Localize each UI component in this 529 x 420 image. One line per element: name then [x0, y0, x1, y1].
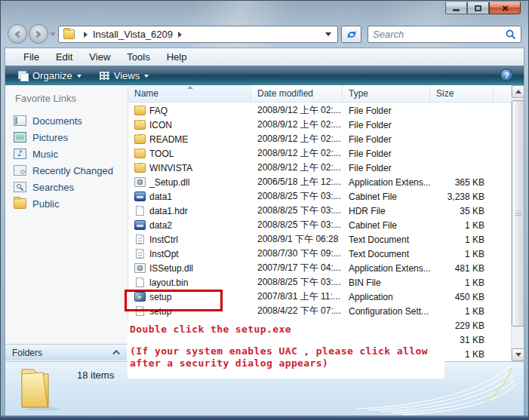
type-cell: File Folder — [343, 163, 430, 173]
sort-ascending-icon — [187, 86, 193, 89]
file-name-cell: InstOpt — [128, 249, 251, 259]
file-name-cell: TOOL — [128, 149, 251, 159]
sidebar-item-label: Music — [32, 149, 58, 160]
table-row[interactable]: layout.bin2008/8/25 下午 03:...BIN File1 K… — [128, 275, 511, 290]
maximize-button[interactable] — [467, 2, 489, 14]
table-row[interactable]: README2008/9/12 上午 02:...File Folder — [128, 132, 511, 146]
menu-help[interactable]: Help — [158, 50, 195, 64]
sidebar-item-recently-changed[interactable]: Recently Changed — [5, 162, 128, 179]
items-count: 18 items — [77, 369, 114, 381]
table-row[interactable]: data12008/8/25 下午 03:...Cabinet File3,23… — [128, 189, 511, 204]
scroll-down-button[interactable] — [512, 348, 524, 361]
date-modified-cell: 2008/9/1 下午 06:28 — [251, 233, 343, 246]
back-button[interactable] — [8, 24, 27, 44]
folder-icon — [134, 134, 146, 144]
refresh-button[interactable] — [341, 26, 361, 43]
sidebar-item-music[interactable]: ♪Music — [5, 146, 128, 162]
type-cell: Text Document — [343, 235, 430, 245]
address-dropdown-icon[interactable] — [325, 32, 331, 36]
title-bar[interactable] — [1, 1, 528, 22]
maximize-icon — [475, 5, 481, 11]
forward-button[interactable] — [29, 24, 48, 44]
menu-view[interactable]: View — [81, 50, 118, 64]
date-modified-cell: 2007/9/17 下午 04:... — [251, 262, 343, 274]
sidebar-item-pictures[interactable]: Pictures — [5, 129, 128, 146]
folder-icon — [63, 29, 75, 39]
address-bar[interactable]: Install_Vista_6209 — [58, 26, 338, 43]
size-cell: 450 KB — [430, 292, 494, 302]
favorite-links-title: Favorite Links — [5, 85, 128, 104]
command-toolbar: Organize Views ? — [5, 66, 524, 85]
table-row[interactable]: _Setup.dll2006/5/18 上午 12:...Application… — [128, 175, 511, 189]
sidebar-item-documents[interactable]: Documents — [5, 112, 128, 129]
file-name-cell: ICON — [128, 120, 251, 130]
scrollbar-thumb[interactable] — [512, 100, 524, 326]
organize-button[interactable]: Organize — [11, 68, 88, 84]
minimize-button[interactable] — [445, 2, 467, 14]
table-row[interactable]: WINVISTA2008/9/12 上午 02:...File Folder — [128, 161, 511, 175]
file-name: README — [149, 134, 188, 145]
size-cell: 1 KB — [430, 235, 494, 245]
sidebar-item-label: Documents — [32, 115, 82, 127]
menu-file[interactable]: File — [15, 50, 48, 64]
file-name-cell: README — [128, 134, 251, 145]
folders-label: Folders — [12, 348, 42, 358]
recent-pages-dropdown-icon[interactable] — [50, 32, 56, 36]
folders-bar[interactable]: Folders — [5, 344, 127, 360]
content-area: Favorite Links DocumentsPictures♪MusicRe… — [5, 85, 524, 361]
chevron-down-icon — [77, 75, 82, 78]
breadcrumb-arrow-icon[interactable] — [84, 32, 88, 38]
sidebar-item-searches[interactable]: Searches — [5, 179, 128, 195]
column-header-size[interactable]: Size — [430, 85, 494, 102]
file-list: Name Date modified Type Size FAQ2008/9/1… — [128, 85, 524, 361]
table-row[interactable]: InstCtrl2008/9/1 下午 06:28Text Document1 … — [128, 232, 511, 247]
file-name: data2 — [149, 220, 172, 231]
size-cell: 1 KB — [430, 249, 494, 259]
type-cell: File Folder — [343, 149, 430, 159]
pictures-icon — [14, 132, 26, 143]
breadcrumb[interactable]: Install_Vista_6209 — [93, 29, 173, 40]
search-input[interactable]: Search — [368, 26, 521, 43]
type-cell: HDR File — [343, 206, 430, 216]
breadcrumb-arrow-icon[interactable] — [178, 32, 182, 38]
window-controls — [445, 2, 521, 14]
sidebar-item-public[interactable]: Public — [5, 195, 128, 212]
sidebar-item-label: Pictures — [32, 132, 68, 143]
size-cell: 1 KB — [430, 306, 494, 317]
instruction-overlay: Double click the setup.exe (If your syst… — [128, 322, 444, 379]
table-row[interactable]: ICON2008/9/12 上午 02:...File Folder — [128, 118, 511, 132]
type-cell: Text Document — [343, 249, 430, 259]
column-header-type[interactable]: Type — [343, 85, 430, 102]
instruction-line: after a security dialog appears) — [130, 357, 444, 369]
date-modified-cell: 2008/9/12 上午 02:... — [251, 104, 343, 117]
table-row[interactable]: ISSetup.dll2007/9/17 下午 04:...Applicatio… — [128, 261, 511, 275]
table-row[interactable]: FAQ2008/9/12 上午 02:...File Folder — [128, 103, 511, 118]
close-icon — [501, 4, 509, 12]
help-button[interactable]: ? — [500, 69, 513, 81]
column-header-date-modified[interactable]: Date modified — [251, 85, 343, 102]
vertical-scrollbar[interactable] — [511, 85, 524, 361]
views-button[interactable]: Views — [93, 68, 155, 84]
menu-tools[interactable]: Tools — [118, 50, 158, 64]
cabinet-icon — [134, 192, 146, 201]
file-name-cell: data2 — [128, 220, 251, 231]
file-name-cell: _Setup.dll — [128, 177, 251, 188]
menu-edit[interactable]: Edit — [48, 50, 81, 64]
table-row[interactable]: InstOpt2008/7/30 下午 09:...Text Document1… — [128, 247, 511, 261]
date-modified-cell: 2008/9/12 上午 02:... — [251, 147, 343, 160]
menu-bar: File Edit View Tools Help — [5, 48, 524, 66]
chevron-down-icon — [144, 75, 149, 78]
minimize-icon — [453, 9, 460, 11]
close-button[interactable] — [489, 2, 521, 14]
file-name-cell: FAQ — [128, 106, 251, 116]
column-label: Size — [436, 88, 454, 99]
table-row[interactable]: data22008/8/25 下午 03:...Cabinet File1 KB — [128, 218, 511, 232]
column-header-name[interactable]: Name — [128, 85, 251, 102]
file-name: WINVISTA — [149, 163, 192, 173]
forward-arrow-icon — [34, 30, 42, 38]
table-row[interactable]: data1.hdr2008/8/25 下午 03:...HDR File35 K… — [128, 204, 511, 218]
sidebar-item-label: Public — [32, 198, 59, 210]
table-row[interactable]: TOOL2008/9/12 上午 02:...File Folder — [128, 146, 511, 161]
scroll-up-button[interactable] — [512, 85, 524, 98]
search-icon[interactable] — [506, 29, 516, 40]
